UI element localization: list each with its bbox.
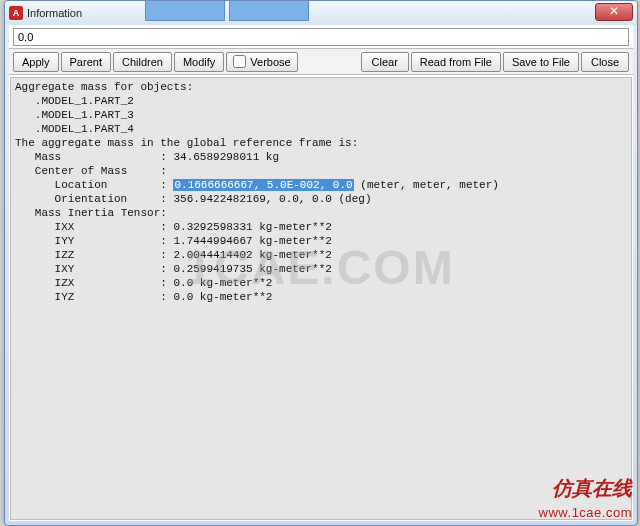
window-title: Information: [27, 7, 82, 19]
verbose-checkbox[interactable]: [233, 55, 246, 68]
info-window: A Information ✕ Apply Parent Children Mo…: [4, 0, 638, 526]
selected-location-value[interactable]: 0.1666666667, 5.0E-002, 0.0: [173, 179, 353, 191]
clear-button[interactable]: Clear: [361, 52, 409, 72]
command-row: [9, 25, 633, 49]
output-text[interactable]: Aggregate mass for objects: .MODEL_1.PAR…: [11, 78, 631, 306]
children-button[interactable]: Children: [113, 52, 172, 72]
app-icon: A: [9, 6, 23, 20]
footer-url: www.1cae.com: [539, 505, 632, 520]
apply-button[interactable]: Apply: [13, 52, 59, 72]
command-input[interactable]: [13, 28, 629, 46]
verbose-label: Verbose: [250, 56, 290, 68]
footer-chinese: 仿真在线: [552, 475, 632, 502]
output-panel[interactable]: Aggregate mass for objects: .MODEL_1.PAR…: [10, 77, 632, 520]
background-tab-1[interactable]: [145, 1, 225, 21]
save-to-file-button[interactable]: Save to File: [503, 52, 579, 72]
read-from-file-button[interactable]: Read from File: [411, 52, 501, 72]
modify-button[interactable]: Modify: [174, 52, 224, 72]
background-tab-2[interactable]: [229, 1, 309, 21]
parent-button[interactable]: Parent: [61, 52, 111, 72]
window-body: Apply Parent Children Modify Verbose Cle…: [9, 25, 633, 521]
titlebar[interactable]: A Information ✕: [5, 1, 637, 25]
toolbar: Apply Parent Children Modify Verbose Cle…: [9, 49, 633, 75]
close-button[interactable]: Close: [581, 52, 629, 72]
window-close-button[interactable]: ✕: [595, 3, 633, 21]
verbose-toggle[interactable]: Verbose: [226, 52, 297, 72]
